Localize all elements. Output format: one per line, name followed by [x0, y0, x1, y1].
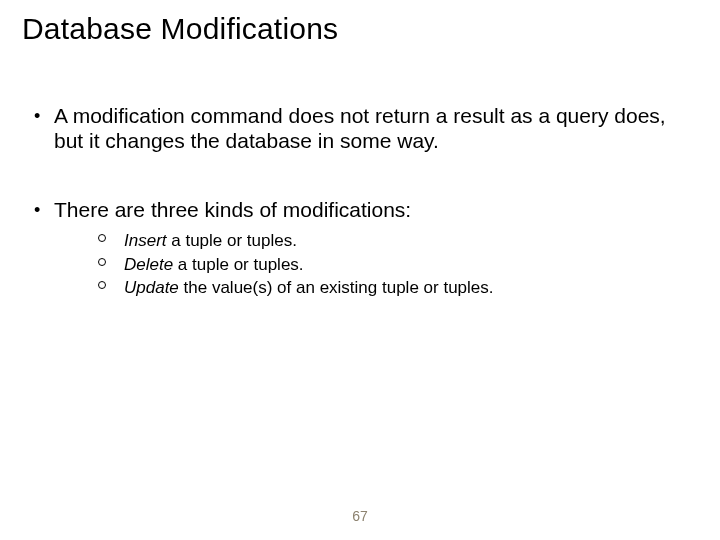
bullet-item: A modification command does not return a…	[30, 104, 698, 154]
circle-bullet-icon	[98, 281, 106, 289]
sub-bullet-keyword: Insert	[124, 231, 167, 250]
circle-bullet-icon	[98, 258, 106, 266]
circle-bullet-icon	[98, 234, 106, 242]
sub-bullet-rest: a tuple or tuples.	[173, 255, 303, 274]
sub-bullet-keyword: Delete	[124, 255, 173, 274]
sub-bullet-item: Delete a tuple or tuples.	[94, 254, 698, 275]
bullet-text: There are three kinds of modifications:	[54, 198, 411, 221]
sub-bullet-rest: a tuple or tuples.	[167, 231, 297, 250]
bullet-text: A modification command does not return a…	[54, 104, 666, 152]
sub-bullet-item: Insert a tuple or tuples.	[94, 230, 698, 251]
slide: Database Modifications A modification co…	[0, 0, 720, 540]
sub-bullet-keyword: Update	[124, 278, 179, 297]
bullet-item: There are three kinds of modifications: …	[30, 198, 698, 299]
page-number: 67	[0, 508, 720, 524]
bullet-list: A modification command does not return a…	[30, 104, 698, 298]
sub-bullet-rest: the value(s) of an existing tuple or tup…	[179, 278, 494, 297]
sub-bullet-list: Insert a tuple or tuples. Delete a tuple…	[94, 230, 698, 298]
slide-title: Database Modifications	[22, 12, 698, 46]
sub-bullet-item: Update the value(s) of an existing tuple…	[94, 277, 698, 298]
